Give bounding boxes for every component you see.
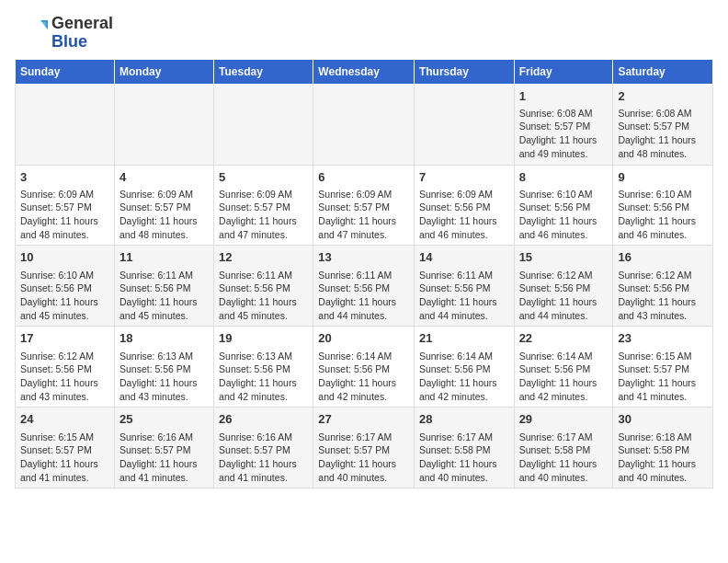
day-cell: 3Sunrise: 6:09 AM Sunset: 5:57 PM Daylig… xyxy=(16,165,115,246)
day-cell xyxy=(214,84,313,165)
week-row-5: 24Sunrise: 6:15 AM Sunset: 5:57 PM Dayli… xyxy=(16,408,713,488)
day-cell: 20Sunrise: 6:14 AM Sunset: 5:56 PM Dayli… xyxy=(313,327,415,408)
day-number: 1 xyxy=(519,88,609,105)
page-header: General Blue xyxy=(15,15,713,52)
day-cell: 25Sunrise: 6:16 AM Sunset: 5:57 PM Dayli… xyxy=(114,408,213,488)
day-info: Sunrise: 6:17 AM Sunset: 5:58 PM Dayligh… xyxy=(519,431,609,485)
column-header-friday: Friday xyxy=(514,59,613,84)
day-info: Sunrise: 6:08 AM Sunset: 5:57 PM Dayligh… xyxy=(519,107,609,161)
day-cell xyxy=(114,84,213,165)
day-info: Sunrise: 6:12 AM Sunset: 5:56 PM Dayligh… xyxy=(519,269,609,323)
day-number: 10 xyxy=(20,249,109,266)
day-info: Sunrise: 6:09 AM Sunset: 5:57 PM Dayligh… xyxy=(219,188,308,242)
day-cell: 7Sunrise: 6:09 AM Sunset: 5:56 PM Daylig… xyxy=(414,165,514,246)
logo-icon xyxy=(15,17,48,50)
day-number: 17 xyxy=(20,330,109,347)
day-number: 9 xyxy=(618,169,708,186)
day-info: Sunrise: 6:08 AM Sunset: 5:57 PM Dayligh… xyxy=(618,107,708,161)
day-cell: 13Sunrise: 6:11 AM Sunset: 5:56 PM Dayli… xyxy=(313,246,415,327)
day-number: 21 xyxy=(419,330,509,347)
day-cell: 5Sunrise: 6:09 AM Sunset: 5:57 PM Daylig… xyxy=(214,165,313,246)
day-info: Sunrise: 6:11 AM Sunset: 5:56 PM Dayligh… xyxy=(318,269,409,323)
week-row-4: 17Sunrise: 6:12 AM Sunset: 5:56 PM Dayli… xyxy=(16,327,713,408)
day-info: Sunrise: 6:14 AM Sunset: 5:56 PM Dayligh… xyxy=(318,350,409,404)
day-cell: 19Sunrise: 6:13 AM Sunset: 5:56 PM Dayli… xyxy=(214,327,313,408)
day-cell: 22Sunrise: 6:14 AM Sunset: 5:56 PM Dayli… xyxy=(514,327,613,408)
day-number: 3 xyxy=(20,169,109,186)
day-info: Sunrise: 6:13 AM Sunset: 5:56 PM Dayligh… xyxy=(119,350,209,404)
day-number: 11 xyxy=(119,249,209,266)
day-info: Sunrise: 6:16 AM Sunset: 5:57 PM Dayligh… xyxy=(119,431,209,485)
day-info: Sunrise: 6:10 AM Sunset: 5:56 PM Dayligh… xyxy=(618,188,708,242)
column-header-monday: Monday xyxy=(114,59,213,84)
day-cell: 15Sunrise: 6:12 AM Sunset: 5:56 PM Dayli… xyxy=(514,246,613,327)
day-number: 13 xyxy=(318,249,409,266)
day-number: 26 xyxy=(219,411,308,428)
week-row-3: 10Sunrise: 6:10 AM Sunset: 5:56 PM Dayli… xyxy=(16,246,713,327)
day-cell: 6Sunrise: 6:09 AM Sunset: 5:57 PM Daylig… xyxy=(313,165,415,246)
day-number: 24 xyxy=(20,411,109,428)
day-number: 20 xyxy=(318,330,409,347)
day-info: Sunrise: 6:16 AM Sunset: 5:57 PM Dayligh… xyxy=(219,431,308,485)
day-cell: 8Sunrise: 6:10 AM Sunset: 5:56 PM Daylig… xyxy=(514,165,613,246)
day-cell: 10Sunrise: 6:10 AM Sunset: 5:56 PM Dayli… xyxy=(16,246,115,327)
day-cell: 12Sunrise: 6:11 AM Sunset: 5:56 PM Dayli… xyxy=(214,246,313,327)
day-number: 30 xyxy=(618,411,708,428)
day-info: Sunrise: 6:17 AM Sunset: 5:58 PM Dayligh… xyxy=(419,431,509,485)
day-number: 27 xyxy=(318,411,409,428)
day-cell: 1Sunrise: 6:08 AM Sunset: 5:57 PM Daylig… xyxy=(514,84,613,165)
day-number: 29 xyxy=(519,411,609,428)
day-cell: 30Sunrise: 6:18 AM Sunset: 5:58 PM Dayli… xyxy=(613,408,713,488)
day-cell: 9Sunrise: 6:10 AM Sunset: 5:56 PM Daylig… xyxy=(613,165,713,246)
day-cell: 28Sunrise: 6:17 AM Sunset: 5:58 PM Dayli… xyxy=(414,408,514,488)
day-number: 19 xyxy=(219,330,308,347)
day-info: Sunrise: 6:10 AM Sunset: 5:56 PM Dayligh… xyxy=(519,188,609,242)
day-info: Sunrise: 6:17 AM Sunset: 5:57 PM Dayligh… xyxy=(318,431,409,485)
logo-text: General Blue xyxy=(51,15,113,52)
day-number: 6 xyxy=(318,169,409,186)
day-number: 5 xyxy=(219,169,308,186)
week-row-1: 1Sunrise: 6:08 AM Sunset: 5:57 PM Daylig… xyxy=(16,84,713,165)
column-header-saturday: Saturday xyxy=(613,59,713,84)
day-info: Sunrise: 6:09 AM Sunset: 5:57 PM Dayligh… xyxy=(20,188,109,242)
day-info: Sunrise: 6:11 AM Sunset: 5:56 PM Dayligh… xyxy=(219,269,308,323)
day-number: 28 xyxy=(419,411,509,428)
day-cell: 17Sunrise: 6:12 AM Sunset: 5:56 PM Dayli… xyxy=(16,327,115,408)
day-cell: 26Sunrise: 6:16 AM Sunset: 5:57 PM Dayli… xyxy=(214,408,313,488)
day-number: 22 xyxy=(519,330,609,347)
day-info: Sunrise: 6:13 AM Sunset: 5:56 PM Dayligh… xyxy=(219,350,308,404)
header-row: SundayMondayTuesdayWednesdayThursdayFrid… xyxy=(16,59,713,84)
day-cell: 18Sunrise: 6:13 AM Sunset: 5:56 PM Dayli… xyxy=(114,327,213,408)
day-info: Sunrise: 6:12 AM Sunset: 5:56 PM Dayligh… xyxy=(20,350,109,404)
calendar-table: SundayMondayTuesdayWednesdayThursdayFrid… xyxy=(15,59,713,489)
day-cell: 16Sunrise: 6:12 AM Sunset: 5:56 PM Dayli… xyxy=(613,246,713,327)
day-info: Sunrise: 6:09 AM Sunset: 5:57 PM Dayligh… xyxy=(318,188,409,242)
day-cell: 21Sunrise: 6:14 AM Sunset: 5:56 PM Dayli… xyxy=(414,327,514,408)
day-number: 23 xyxy=(618,330,708,347)
day-cell: 23Sunrise: 6:15 AM Sunset: 5:57 PM Dayli… xyxy=(613,327,713,408)
day-info: Sunrise: 6:15 AM Sunset: 5:57 PM Dayligh… xyxy=(20,431,109,485)
day-number: 2 xyxy=(618,88,708,105)
day-cell xyxy=(414,84,514,165)
logo: General Blue xyxy=(15,15,113,52)
day-cell xyxy=(313,84,415,165)
day-info: Sunrise: 6:11 AM Sunset: 5:56 PM Dayligh… xyxy=(419,269,509,323)
day-cell: 11Sunrise: 6:11 AM Sunset: 5:56 PM Dayli… xyxy=(114,246,213,327)
day-info: Sunrise: 6:11 AM Sunset: 5:56 PM Dayligh… xyxy=(119,269,209,323)
day-cell: 4Sunrise: 6:09 AM Sunset: 5:57 PM Daylig… xyxy=(114,165,213,246)
day-info: Sunrise: 6:10 AM Sunset: 5:56 PM Dayligh… xyxy=(20,269,109,323)
day-number: 12 xyxy=(219,249,308,266)
day-info: Sunrise: 6:14 AM Sunset: 5:56 PM Dayligh… xyxy=(519,350,609,404)
day-info: Sunrise: 6:15 AM Sunset: 5:57 PM Dayligh… xyxy=(618,350,708,404)
column-header-sunday: Sunday xyxy=(16,59,115,84)
day-info: Sunrise: 6:09 AM Sunset: 5:56 PM Dayligh… xyxy=(419,188,509,242)
column-header-wednesday: Wednesday xyxy=(313,59,415,84)
day-number: 8 xyxy=(519,169,609,186)
day-number: 18 xyxy=(119,330,209,347)
day-cell: 24Sunrise: 6:15 AM Sunset: 5:57 PM Dayli… xyxy=(16,408,115,488)
day-info: Sunrise: 6:18 AM Sunset: 5:58 PM Dayligh… xyxy=(618,431,708,485)
day-cell: 2Sunrise: 6:08 AM Sunset: 5:57 PM Daylig… xyxy=(613,84,713,165)
day-cell xyxy=(16,84,115,165)
day-info: Sunrise: 6:12 AM Sunset: 5:56 PM Dayligh… xyxy=(618,269,708,323)
day-info: Sunrise: 6:09 AM Sunset: 5:57 PM Dayligh… xyxy=(119,188,209,242)
